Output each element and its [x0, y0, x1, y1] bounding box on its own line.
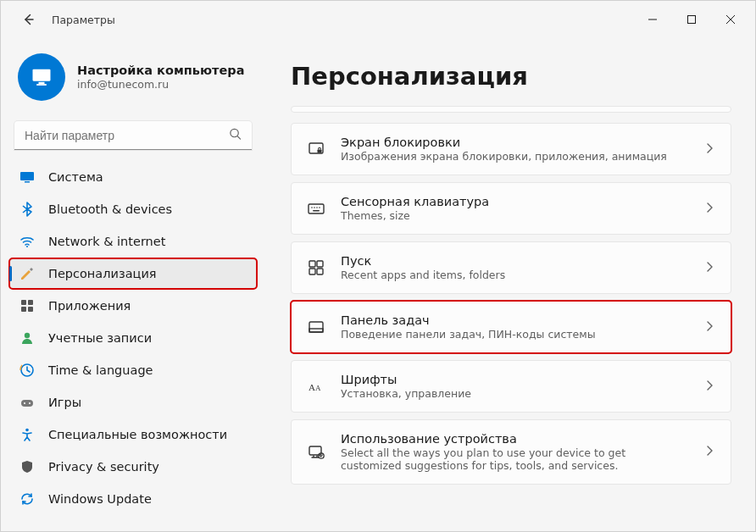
privacy-icon	[19, 459, 35, 474]
sidebar-item-bluetooth[interactable]: Bluetooth & devices	[9, 194, 257, 224]
svg-point-17	[25, 429, 29, 432]
sidebar-item-label: Time & language	[48, 363, 153, 377]
sidebar-item-label: Приложения	[48, 299, 131, 313]
setting-title: Использование устройства	[341, 432, 688, 446]
setting-title: Пуск	[341, 254, 688, 268]
setting-desc: Поведение панели задач, ПИН-коды системы	[341, 328, 688, 341]
sidebar-item-network[interactable]: Network & internet	[9, 226, 257, 257]
svg-text:A: A	[309, 382, 315, 392]
sidebar-item-label: Network & internet	[48, 235, 165, 248]
maximize-icon	[687, 15, 696, 24]
maximize-button[interactable]	[672, 6, 711, 33]
search-input[interactable]	[14, 121, 252, 150]
svg-rect-20	[309, 204, 324, 213]
sidebar-item-label: Bluetooth & devices	[48, 202, 172, 216]
svg-point-23	[316, 207, 318, 208]
setting-desc: Установка, управление	[341, 387, 688, 400]
arrow-left-icon	[21, 13, 35, 26]
sidebar-item-label: Персонализация	[48, 267, 157, 280]
setting-card-start[interactable]: Пуск Recent apps and items, folders	[291, 241, 731, 294]
sidebar-item-accessibility[interactable]: Специальные возможности	[9, 419, 257, 450]
svg-rect-19	[318, 150, 322, 153]
accounts-icon	[19, 330, 35, 346]
setting-card-device-usage[interactable]: Использование устройства Select all the …	[291, 419, 731, 485]
partial-card-top	[291, 106, 731, 113]
sidebar-item-time[interactable]: Time & language	[9, 355, 257, 385]
app-title: Параметры	[52, 14, 115, 26]
setting-card-taskbar[interactable]: Панель задач Поведение панели задач, ПИН…	[291, 301, 731, 353]
page-title: Персонализация	[291, 62, 731, 91]
taskbar-icon	[307, 318, 325, 336]
setting-text: Экран блокировки Изображения экрана блок…	[341, 136, 688, 163]
svg-point-16	[29, 402, 31, 404]
close-button[interactable]	[711, 6, 750, 33]
setting-text: Сенсорная клавиатура Themes, size	[341, 195, 688, 222]
profile-text: Настройка компьютера info@tunecom.ru	[77, 64, 244, 91]
apps-icon	[19, 298, 35, 313]
svg-point-21	[311, 207, 313, 208]
svg-point-22	[314, 207, 315, 208]
avatar	[18, 53, 65, 101]
sidebar-item-gaming[interactable]: Игры	[9, 387, 257, 418]
setting-card-lockscreen[interactable]: Экран блокировки Изображения экрана блок…	[291, 123, 731, 175]
minimize-button[interactable]	[633, 6, 672, 33]
content-area: Настройка компьютера info@tunecom.ru Сис…	[1, 38, 755, 531]
back-button[interactable]	[16, 8, 40, 31]
svg-rect-3	[36, 84, 47, 86]
monitor-icon	[30, 65, 53, 89]
setting-card-fonts[interactable]: AA Шрифты Установка, управление	[291, 360, 731, 413]
svg-rect-31	[309, 329, 323, 332]
svg-rect-9	[28, 300, 33, 305]
sidebar-item-label: Учетные записи	[48, 331, 152, 345]
sidebar-item-label: Игры	[48, 396, 81, 409]
sidebar-nav: Система Bluetooth & devices Network & in…	[9, 162, 257, 514]
profile-name: Настройка компьютера	[77, 64, 244, 77]
sidebar-item-label: Специальные возможности	[48, 428, 227, 441]
setting-desc: Select all the ways you plan to use your…	[341, 446, 688, 472]
search-wrap	[14, 121, 252, 150]
svg-rect-6	[25, 181, 30, 183]
sidebar-item-label: Windows Update	[48, 492, 152, 506]
setting-desc: Recent apps and items, folders	[341, 269, 688, 281]
sidebar-item-accounts[interactable]: Учетные записи	[9, 323, 257, 353]
start-icon	[307, 258, 325, 277]
svg-rect-26	[309, 261, 315, 267]
window-controls	[633, 6, 750, 33]
setting-text: Пуск Recent apps and items, folders	[341, 254, 688, 281]
sidebar-item-privacy[interactable]: Privacy & security	[9, 452, 257, 482]
main-content: Персонализация Экран блокировки Изображе…	[264, 38, 755, 531]
chevron-right-icon	[703, 319, 715, 335]
personalization-icon	[19, 266, 35, 281]
svg-point-24	[319, 207, 320, 208]
network-icon	[19, 234, 35, 249]
setting-title: Шрифты	[341, 373, 688, 386]
minimize-icon	[648, 15, 657, 24]
close-icon	[726, 15, 735, 24]
lockscreen-icon	[307, 140, 325, 158]
svg-rect-14	[21, 400, 33, 407]
chevron-right-icon	[703, 260, 715, 276]
chevron-right-icon	[703, 379, 715, 395]
svg-rect-28	[309, 269, 315, 274]
setting-desc: Themes, size	[341, 209, 688, 222]
chevron-right-icon	[703, 201, 715, 217]
svg-point-12	[25, 333, 30, 338]
svg-rect-1	[33, 69, 51, 81]
sidebar-item-apps[interactable]: Приложения	[9, 291, 257, 321]
svg-rect-0	[688, 16, 696, 24]
update-icon	[19, 491, 35, 507]
bluetooth-icon	[19, 202, 35, 217]
svg-text:A: A	[315, 384, 321, 392]
setting-card-touch-keyboard[interactable]: Сенсорная клавиатура Themes, size	[291, 182, 731, 235]
sidebar-item-system[interactable]: Система	[9, 162, 257, 192]
sidebar-item-personalization[interactable]: Персонализация	[9, 258, 257, 289]
profile-block[interactable]: Настройка компьютера info@tunecom.ru	[9, 47, 257, 114]
setting-title: Панель задач	[341, 313, 688, 327]
svg-rect-25	[313, 210, 320, 212]
sidebar-item-label: Система	[48, 170, 103, 184]
svg-point-7	[26, 246, 28, 247]
setting-text: Использование устройства Select all the …	[341, 432, 688, 472]
system-icon	[19, 169, 35, 185]
sidebar-item-update[interactable]: Windows Update	[9, 484, 257, 514]
svg-point-15	[24, 402, 25, 404]
